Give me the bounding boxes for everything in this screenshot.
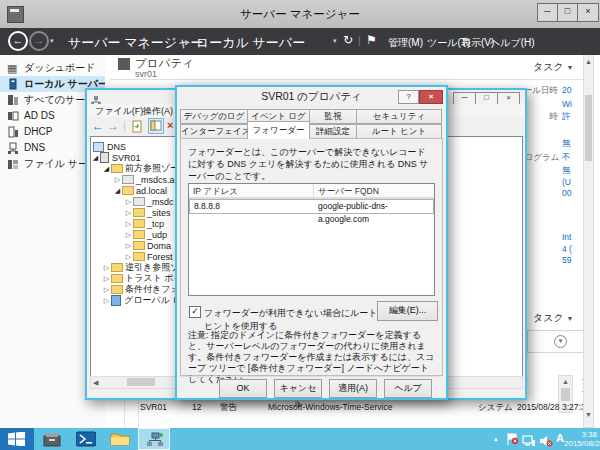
edit-button[interactable]: 編集(E)...: [377, 301, 438, 321]
properties-tile-icon: [118, 58, 130, 70]
tab-forwarders[interactable]: フォワーダー: [247, 121, 310, 139]
tree-scroll-left-icon[interactable]: ◀: [93, 379, 98, 387]
forwarders-description: フォワーダーとは、このサーバーで解決できないレコードに対する DNS クエリを解…: [188, 146, 434, 182]
expander-icon[interactable]: ◢: [113, 187, 122, 195]
event-id: 12: [192, 402, 201, 412]
tree-item-forward-zones[interactable]: ◢前方参照ゾー: [91, 163, 178, 174]
events-scroll-up-icon[interactable]: ▲: [559, 378, 572, 385]
tree-item-tcp[interactable]: ▷_tcp: [91, 218, 164, 229]
nav-caret-icon[interactable]: ▾: [50, 37, 54, 45]
sidebar-item-dashboard[interactable]: ▦ ダッシュボード: [0, 60, 105, 76]
apply-button[interactable]: 適用(A): [329, 379, 377, 398]
expander-icon[interactable]: ◢: [102, 165, 111, 173]
tree-h-scrollbar-thumb[interactable]: [127, 378, 155, 386]
event-grid-line: [124, 398, 125, 428]
expander-icon[interactable]: ▷: [124, 209, 133, 217]
forward-icon[interactable]: →: [29, 31, 49, 51]
toolbar-back-icon[interactable]: ←: [92, 119, 104, 133]
tree-item-msdcs-ad[interactable]: ▷_msdcs.a: [91, 174, 175, 185]
expander-icon[interactable]: ▷: [102, 286, 111, 294]
restore-button[interactable]: □: [557, 3, 578, 22]
dialog-titlebar: SVR01 のプロパティ ? ×: [177, 87, 446, 104]
expander-icon[interactable]: ▷: [102, 275, 111, 283]
breadcrumb-current[interactable]: ローカル サーバー: [196, 34, 305, 52]
notifications-flag-icon[interactable]: ⚑: [366, 33, 377, 47]
expander-icon[interactable]: ▷: [102, 264, 111, 272]
ok-button[interactable]: OK: [219, 379, 267, 398]
taskbar-server-manager[interactable]: [36, 428, 68, 450]
toolbar-doc-icon[interactable]: [131, 119, 144, 132]
close-button[interactable]: ×: [577, 3, 599, 22]
root-hints-checkbox[interactable]: ✓: [189, 306, 201, 318]
event-grid-line: [138, 398, 139, 428]
folder-icon: [111, 164, 123, 173]
events-tasks-button[interactable]: タスク ▼: [533, 311, 573, 325]
toolbar-console-tree-icon[interactable]: [148, 118, 164, 134]
forwarders-table[interactable]: IP アドレス サーバー FQDN 8.8.8.8 google-public-…: [188, 183, 435, 296]
tray-chevron-icon[interactable]: ▴: [494, 435, 498, 443]
expander-icon[interactable]: ▷: [102, 297, 111, 305]
main-scroll-down-icon[interactable]: ▼: [584, 411, 593, 418]
tree-item-global-logs[interactable]: ▷グローバル ログ: [91, 295, 178, 306]
expander-icon[interactable]: ▷: [124, 231, 133, 239]
taskbar-powershell[interactable]: [70, 428, 102, 450]
tab-interfaces[interactable]: インターフェイス: [180, 124, 248, 139]
screen: サーバー マネージャー ─ □ × ← → ▾ サーバー マネージャー ▸ ロー…: [0, 0, 600, 450]
tree-item-udp[interactable]: ▷_udp: [91, 229, 167, 240]
breadcrumb-root[interactable]: サーバー マネージャー: [68, 34, 203, 52]
tree-item-domaindnszones[interactable]: ▷Doma: [91, 240, 171, 251]
toolbar-delete-icon[interactable]: ×: [167, 119, 173, 131]
taskbar-file-explorer[interactable]: [104, 428, 136, 450]
tree-item-dns-root[interactable]: DNS: [91, 141, 126, 152]
main-scrollbar[interactable]: ▲ ▼: [583, 55, 594, 428]
taskbar-dns-manager[interactable]: [138, 428, 170, 450]
tab-monitoring[interactable]: 監視: [309, 109, 357, 124]
cancel-button[interactable]: キャンセル: [274, 379, 322, 398]
forwarders-table-header[interactable]: IP アドレス サーバー FQDN: [189, 184, 434, 199]
tree-h-scrollbar[interactable]: ◀: [90, 376, 178, 389]
forwarder-row[interactable]: 8.8.8.8 google-public-dns-a.google.com: [189, 199, 434, 214]
start-button[interactable]: [0, 428, 34, 450]
action-center-flag-icon[interactable]: [506, 432, 519, 450]
main-scrollbar-thumb[interactable]: [585, 95, 592, 161]
volume-icon[interactable]: [539, 433, 553, 450]
back-icon[interactable]: ←: [8, 31, 28, 51]
folder-icon: [133, 219, 145, 228]
expander-icon[interactable]: ▷: [113, 176, 122, 184]
tab-debug-logging[interactable]: デバッグのログ: [180, 109, 248, 124]
menu-help[interactable]: ヘルプ(H): [490, 36, 535, 50]
refresh-icon[interactable]: ↻: [343, 33, 353, 47]
tab-root-hints[interactable]: ルート ヒント: [356, 124, 442, 139]
dialog-help-button[interactable]: ?: [398, 90, 419, 104]
events-scrollbar-thumb[interactable]: [561, 388, 570, 401]
tab-security[interactable]: セキュリティ: [356, 109, 442, 124]
menu-manage[interactable]: 管理(M): [388, 36, 423, 50]
help-button[interactable]: ヘルプ: [384, 379, 432, 398]
taskbar-clock[interactable]: 3:38 2015/08/28: [564, 430, 597, 448]
tree-item-ad-local[interactable]: ◢ad.local: [91, 185, 167, 196]
folder-icon: [111, 274, 123, 283]
tree-item-msdcs[interactable]: ▷_msdc: [91, 196, 174, 207]
event-datetime: 2015/08/28 3:27:33: [517, 402, 590, 412]
folder-icon: [110, 431, 130, 447]
tab-advanced[interactable]: 詳細設定: [309, 124, 357, 139]
column-server-fqdn[interactable]: サーバー FQDN: [314, 184, 434, 198]
toolbar-forward-icon[interactable]: →: [107, 119, 119, 133]
expander-icon[interactable]: ▷: [124, 242, 133, 250]
expander-icon[interactable]: ▷: [124, 198, 133, 206]
expander-icon[interactable]: ◢: [91, 154, 100, 162]
folder-icon: [133, 208, 145, 217]
column-ip-address[interactable]: IP アドレス: [189, 184, 314, 198]
network-icon[interactable]: [522, 433, 536, 450]
expander-icon[interactable]: ▷: [124, 253, 133, 261]
filter-chevron-icon[interactable]: ▼: [554, 335, 567, 348]
dialog-close-button[interactable]: ×: [419, 90, 443, 104]
minimize-button[interactable]: ─: [537, 3, 558, 22]
ime-indicator[interactable]: A: [556, 432, 564, 444]
nav-dropdown-icon[interactable]: ▾: [333, 37, 337, 45]
clock-time: 3:38: [564, 430, 597, 439]
dhcp-icon: [7, 126, 19, 138]
main-scroll-up-icon[interactable]: ▲: [584, 58, 593, 65]
tree-item-sites[interactable]: ▷_sites: [91, 207, 171, 218]
expander-icon[interactable]: ▷: [124, 220, 133, 228]
